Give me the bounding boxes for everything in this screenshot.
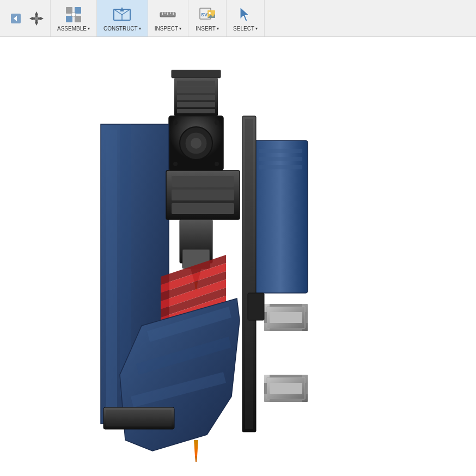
svg-rect-56 (172, 203, 234, 214)
svg-point-43 (173, 120, 178, 125)
assemble-arrow: ▾ (88, 26, 90, 31)
svg-point-42 (191, 138, 202, 149)
svg-rect-32 (172, 70, 221, 78)
svg-point-13 (71, 13, 76, 17)
select-icon (236, 5, 255, 25)
svg-rect-77 (270, 383, 302, 394)
svg-rect-36 (177, 95, 215, 100)
svg-marker-5 (40, 17, 44, 20)
svg-rect-11 (66, 16, 72, 22)
svg-rect-80 (270, 375, 302, 377)
svg-marker-4 (29, 17, 33, 20)
construct-icon (112, 5, 132, 25)
svg-rect-84 (106, 410, 172, 426)
inspect-button[interactable]: INSPECT ▾ (148, 0, 188, 36)
svg-point-46 (215, 162, 219, 166)
assemble-icon (64, 5, 83, 25)
construct-arrow: ▾ (139, 26, 141, 31)
move-tool-button[interactable] (27, 9, 46, 28)
svg-rect-70 (270, 312, 302, 323)
svg-rect-71 (264, 312, 267, 323)
svg-rect-10 (75, 7, 81, 14)
toolbar-left-icons (2, 0, 51, 36)
svg-rect-54 (172, 176, 234, 187)
svg-rect-48 (259, 149, 302, 153)
construct-label: CONSTRUCT ▾ (103, 26, 141, 32)
svg-rect-79 (305, 383, 308, 394)
svg-rect-50 (259, 165, 302, 169)
svg-marker-86 (195, 456, 197, 462)
svg-marker-2 (35, 11, 38, 15)
svg-point-44 (215, 120, 219, 125)
svg-rect-37 (177, 102, 215, 107)
svg-rect-34 (177, 81, 215, 86)
insert-button[interactable]: SVG INSERT ▾ (188, 0, 227, 36)
3d-model (71, 70, 354, 462)
svg-rect-72 (305, 312, 308, 323)
svg-marker-3 (35, 22, 38, 26)
svg-rect-52 (245, 119, 253, 429)
insert-arrow: ▾ (217, 26, 219, 31)
assemble-label: ASSEMBLE ▾ (57, 26, 90, 32)
select-label: SELECT ▾ (233, 26, 258, 32)
select-arrow: ▾ (255, 26, 258, 31)
svg-rect-82 (248, 293, 264, 320)
inspect-label: INSPECT ▾ (155, 26, 181, 32)
canvas-area[interactable] (0, 37, 476, 476)
inspect-arrow: ▾ (179, 26, 181, 31)
select-button[interactable]: SELECT ▾ (227, 0, 265, 36)
back-button[interactable] (7, 9, 25, 28)
svg-rect-78 (264, 383, 267, 394)
svg-rect-55 (172, 190, 234, 200)
svg-rect-12 (75, 16, 81, 22)
toolbar: ASSEMBLE ▾ CONSTRUCT ▾ (0, 0, 476, 37)
svg-rect-49 (259, 157, 302, 161)
insert-icon: SVG (198, 5, 217, 25)
construct-button[interactable]: CONSTRUCT ▾ (97, 0, 148, 36)
svg-rect-38 (177, 109, 215, 113)
svg-point-8 (35, 17, 38, 20)
inspect-icon (158, 5, 178, 25)
assemble-button[interactable]: ASSEMBLE ▾ (51, 0, 97, 36)
svg-rect-73 (270, 304, 302, 307)
svg-rect-47 (253, 141, 308, 293)
svg-rect-74 (270, 328, 302, 331)
svg-rect-35 (177, 88, 215, 93)
svg-rect-81 (270, 399, 302, 402)
svg-rect-9 (66, 7, 72, 14)
insert-label: INSERT ▾ (196, 26, 219, 32)
svg-point-28 (209, 12, 211, 14)
svg-marker-85 (194, 440, 198, 456)
svg-point-45 (173, 162, 178, 166)
